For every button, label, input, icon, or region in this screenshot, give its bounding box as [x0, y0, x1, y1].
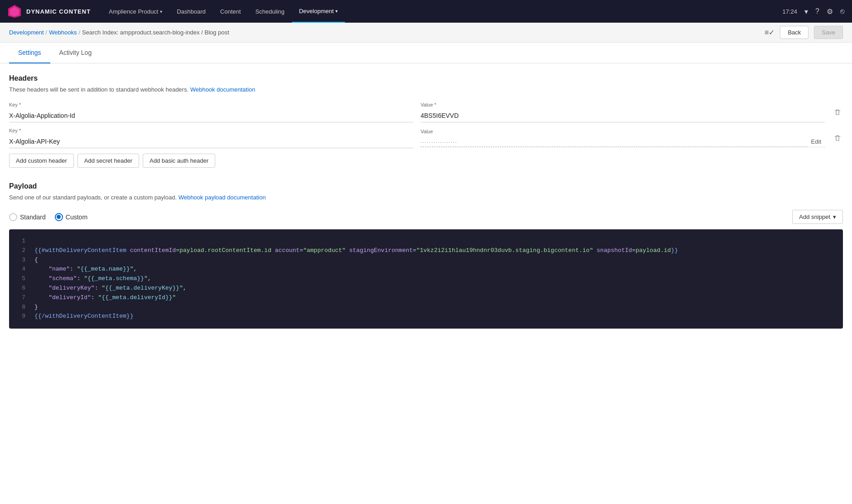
trash-icon — [834, 109, 841, 116]
header-row-1: Key * Value * — [9, 102, 843, 122]
code-line-9: 9 {{/withDeliveryContentItem}} — [16, 312, 836, 321]
line-number: 3 — [16, 256, 25, 265]
code-line-3: 3 { — [16, 256, 836, 265]
breadcrumb-development[interactable]: Development — [9, 29, 44, 36]
breadcrumb-actions: ≡✓ Back Save — [765, 26, 843, 39]
edit-secret-button[interactable]: Edit — [808, 136, 825, 147]
secret-value-display: ................. — [421, 136, 808, 147]
main-content: Headers These headers will be sent in ad… — [0, 63, 852, 339]
header-key-field-2: Key * — [9, 128, 413, 148]
header-key-field-1: Key * — [9, 102, 413, 122]
trash-icon — [834, 135, 841, 142]
line-number: 2 — [16, 246, 25, 256]
nav-item-content[interactable]: Content — [213, 0, 248, 23]
code-line-4: 4 "name": "{{_meta.name}}", — [16, 265, 836, 274]
radio-custom[interactable] — [55, 213, 63, 221]
header-key-input-2[interactable] — [9, 135, 413, 148]
chevron-down-icon: ▾ — [335, 9, 338, 14]
header-value-input-1[interactable] — [421, 109, 825, 122]
chevron-down-icon[interactable]: ▾ — [804, 7, 808, 16]
nav-item-dashboard[interactable]: Dashboard — [169, 0, 213, 23]
line-number: 6 — [16, 284, 25, 293]
chevron-down-icon: ▾ — [160, 9, 162, 14]
help-icon[interactable]: ? — [815, 7, 819, 15]
gear-icon[interactable]: ⚙ — [827, 7, 833, 16]
tab-activity-log[interactable]: Activity Log — [50, 43, 101, 63]
add-custom-header-button[interactable]: Add custom header — [9, 154, 74, 168]
payload-description: Send one of our standard payloads, or cr… — [9, 194, 843, 201]
add-basic-auth-header-button[interactable]: Add basic auth header — [143, 154, 215, 168]
headers-section: Headers These headers will be sent in ad… — [9, 74, 843, 168]
nav-right: 17:24 ▾ ? ⚙ ⎋ — [783, 7, 845, 16]
top-navigation: DYNAMIC CONTENT Amplience Product ▾ Dash… — [0, 0, 852, 23]
logo-icon — [7, 4, 22, 19]
add-secret-header-button[interactable]: Add secret header — [77, 154, 139, 168]
code-line-5: 5 "schema": "{{_meta.schema}}", — [16, 274, 836, 284]
headers-title: Headers — [9, 74, 843, 82]
breadcrumb-bar: Development / Webhooks / Search Index: a… — [0, 23, 852, 43]
header-value-field-2: Value ................. Edit — [421, 129, 825, 147]
list-icon[interactable]: ≡✓ — [765, 28, 775, 37]
add-snippet-button[interactable]: Add snippet ▾ — [792, 210, 843, 224]
delete-header-1-button[interactable] — [832, 107, 843, 118]
line-number: 7 — [16, 293, 25, 303]
line-number: 8 — [16, 303, 25, 312]
line-number: 5 — [16, 274, 25, 284]
radio-standard[interactable] — [9, 213, 17, 221]
logo: DYNAMIC CONTENT — [7, 4, 91, 19]
header-value-field-1: Value * — [421, 102, 825, 122]
logo-text: DYNAMIC CONTENT — [26, 8, 91, 15]
payload-doc-link[interactable]: Webhook payload documentation — [179, 194, 266, 201]
code-editor[interactable]: 1 2 {{#withDeliveryContentItem contentIt… — [9, 229, 843, 329]
nav-items: Amplience Product ▾ Dashboard Content Sc… — [102, 0, 782, 23]
clock: 17:24 — [783, 8, 798, 15]
logout-icon[interactable]: ⎋ — [840, 7, 845, 15]
payload-title: Payload — [9, 182, 843, 190]
line-number: 4 — [16, 265, 25, 274]
tabs-bar: Settings Activity Log — [0, 43, 852, 63]
save-button[interactable]: Save — [814, 26, 843, 39]
headers-description: These headers will be sent in addition t… — [9, 86, 843, 93]
breadcrumb-webhooks[interactable]: Webhooks — [49, 29, 77, 36]
line-number: 1 — [16, 237, 25, 246]
line-number: 9 — [16, 312, 25, 321]
code-line-6: 6 "deliveryKey": "{{_meta.deliveryKey}}"… — [16, 284, 836, 293]
nav-item-scheduling[interactable]: Scheduling — [248, 0, 291, 23]
header-key-input-1[interactable] — [9, 109, 413, 122]
header-action-buttons: Add custom header Add secret header Add … — [9, 154, 843, 168]
code-line-2: 2 {{#withDeliveryContentItem contentItem… — [16, 246, 836, 256]
code-line-8: 8 } — [16, 303, 836, 312]
webhook-doc-link[interactable]: Webhook documentation — [190, 86, 256, 93]
breadcrumb: Development / Webhooks / Search Index: a… — [9, 29, 229, 36]
chevron-down-icon: ▾ — [833, 213, 836, 220]
payload-custom-option[interactable]: Custom — [55, 213, 87, 221]
code-line-1: 1 — [16, 237, 836, 246]
nav-item-development[interactable]: Development ▾ — [292, 0, 345, 23]
payload-options: Standard Custom Add snippet ▾ — [9, 210, 843, 224]
breadcrumb-current: Search Index: ampproduct.search-blog-ind… — [82, 29, 229, 36]
code-line-7: 7 "deliveryId": "{{_meta.deliveryId}}" — [16, 293, 836, 303]
delete-header-2-button[interactable] — [832, 133, 843, 144]
back-button[interactable]: Back — [780, 26, 808, 39]
nav-item-amplience[interactable]: Amplience Product ▾ — [102, 0, 169, 23]
tab-settings[interactable]: Settings — [9, 43, 50, 63]
header-row-2: Key * Value ................. Edit — [9, 128, 843, 148]
payload-section: Payload Send one of our standard payload… — [9, 182, 843, 329]
payload-standard-option[interactable]: Standard — [9, 213, 46, 221]
payload-radio-group: Standard Custom — [9, 213, 87, 221]
